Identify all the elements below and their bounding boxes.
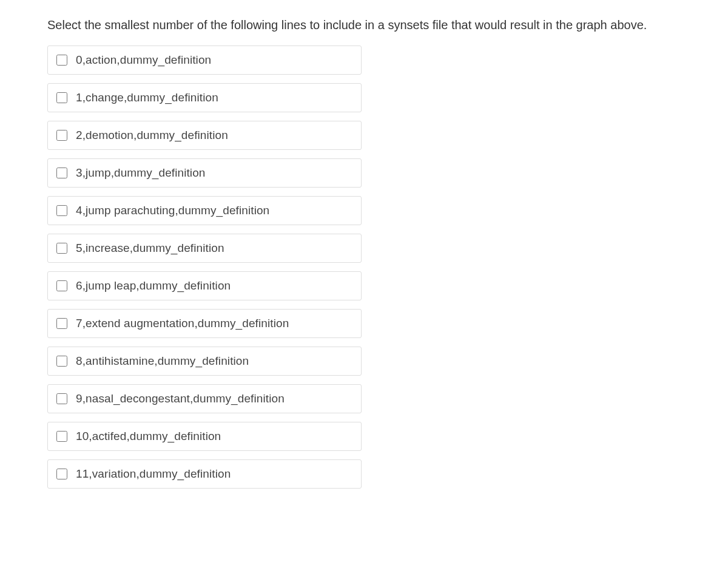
option-2-checkbox[interactable]: [56, 130, 67, 141]
option-8[interactable]: 8,antihistamine,dummy_definition: [47, 347, 362, 376]
option-0[interactable]: 0,action,dummy_definition: [47, 46, 362, 75]
option-8-label: 8,antihistamine,dummy_definition: [76, 354, 249, 368]
option-6-label: 6,jump leap,dummy_definition: [76, 279, 231, 293]
option-2-label: 2,demotion,dummy_definition: [76, 129, 228, 142]
option-10-label: 10,actifed,dummy_definition: [76, 430, 221, 443]
option-4-checkbox[interactable]: [56, 205, 67, 216]
option-6[interactable]: 6,jump leap,dummy_definition: [47, 271, 362, 300]
option-7[interactable]: 7,extend augmentation,dummy_definition: [47, 309, 362, 338]
option-3-label: 3,jump,dummy_definition: [76, 166, 206, 180]
option-10-checkbox[interactable]: [56, 431, 67, 442]
option-2[interactable]: 2,demotion,dummy_definition: [47, 121, 362, 150]
option-5-checkbox[interactable]: [56, 243, 67, 254]
option-10[interactable]: 10,actifed,dummy_definition: [47, 422, 362, 451]
option-1[interactable]: 1,change,dummy_definition: [47, 83, 362, 112]
option-0-label: 0,action,dummy_definition: [76, 53, 211, 67]
option-11-checkbox[interactable]: [56, 469, 67, 479]
option-7-label: 7,extend augmentation,dummy_definition: [76, 317, 289, 330]
option-1-label: 1,change,dummy_definition: [76, 91, 218, 104]
option-0-checkbox[interactable]: [56, 55, 67, 66]
option-5-label: 5,increase,dummy_definition: [76, 242, 224, 255]
options-list: 0,action,dummy_definition 1,change,dummy…: [47, 46, 362, 489]
option-4[interactable]: 4,jump parachuting,dummy_definition: [47, 196, 362, 225]
option-9[interactable]: 9,nasal_decongestant,dummy_definition: [47, 384, 362, 413]
option-4-label: 4,jump parachuting,dummy_definition: [76, 204, 269, 217]
option-6-checkbox[interactable]: [56, 280, 67, 291]
option-3[interactable]: 3,jump,dummy_definition: [47, 158, 362, 188]
option-9-checkbox[interactable]: [56, 393, 67, 404]
option-5[interactable]: 5,increase,dummy_definition: [47, 234, 362, 263]
question-prompt: Select the smallest number of the follow…: [47, 16, 681, 35]
option-9-label: 9,nasal_decongestant,dummy_definition: [76, 392, 285, 405]
option-11-label: 11,variation,dummy_definition: [76, 467, 231, 481]
option-1-checkbox[interactable]: [56, 92, 67, 103]
option-11[interactable]: 11,variation,dummy_definition: [47, 459, 362, 489]
option-3-checkbox[interactable]: [56, 168, 67, 178]
option-8-checkbox[interactable]: [56, 356, 67, 367]
option-7-checkbox[interactable]: [56, 318, 67, 329]
